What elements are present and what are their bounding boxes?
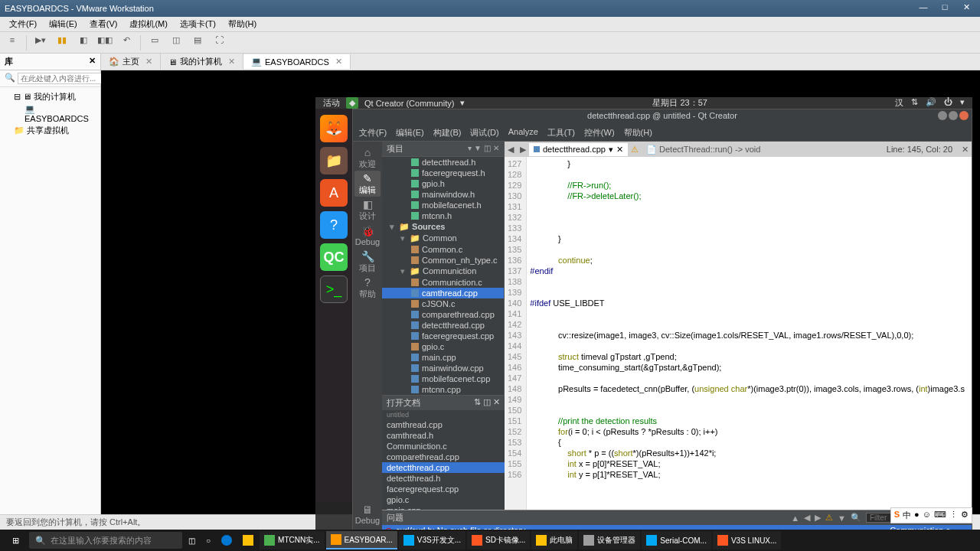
edge-button[interactable]: [217, 531, 237, 549]
close-icon[interactable]: ✕: [493, 397, 500, 406]
line-col-indicator[interactable]: Line: 145, Col: 20: [880, 145, 959, 154]
tree-file[interactable]: faceregrequest.h: [382, 168, 504, 178]
open-file-item[interactable]: comparethread.cpp: [382, 452, 505, 462]
snapshot-button[interactable]: ◧: [76, 35, 91, 51]
taskbar-task[interactable]: V3S LINUX...: [713, 531, 781, 549]
warning-filter-icon[interactable]: ⚠: [825, 513, 833, 523]
qt-menu-debug[interactable]: 调试(D): [470, 127, 498, 139]
qt-menu-build[interactable]: 构建(B): [433, 127, 462, 139]
dock-files[interactable]: 📁: [320, 147, 348, 174]
tree-file[interactable]: camthread.cpp: [382, 288, 504, 298]
pin-icon[interactable]: ⇅: [474, 397, 481, 406]
tree-file[interactable]: mobilefacenet.cpp: [382, 373, 504, 384]
split-icon[interactable]: ◫: [484, 144, 491, 152]
tree-mycomputer[interactable]: ⊟ 🖥 我的计算机: [0, 90, 100, 103]
qt-menu-tools[interactable]: 工具(T): [547, 127, 575, 139]
tree-folder-communiction[interactable]: ▾📁 Communiction: [382, 266, 504, 277]
mode-设计[interactable]: ◧设计: [354, 197, 381, 223]
activities-button[interactable]: 活动: [323, 97, 340, 109]
tree-file[interactable]: gpio.h: [382, 178, 504, 189]
ime-lang[interactable]: 中: [903, 510, 911, 521]
minimize-icon[interactable]: [938, 111, 947, 120]
split-icon[interactable]: ✕: [959, 145, 972, 155]
warning-icon[interactable]: ⚠: [628, 145, 642, 155]
tree-file[interactable]: detectthread.cpp: [382, 320, 504, 331]
close-icon[interactable]: ✕: [616, 145, 623, 155]
mode-Debug[interactable]: 🐞Debug: [354, 223, 381, 249]
open-file-item[interactable]: faceregrequest.cpp: [382, 484, 505, 494]
maximize-button[interactable]: □: [936, 2, 954, 15]
dock-firefox[interactable]: 🦊: [320, 115, 348, 142]
tree-file[interactable]: gpio.c: [382, 341, 504, 352]
tree-file[interactable]: mtcnn.h: [382, 210, 504, 221]
open-file-item[interactable]: detectthread.cpp: [382, 462, 505, 473]
clock[interactable]: 星期日 23：57: [465, 97, 895, 109]
open-file-item[interactable]: camthread.cpp: [382, 419, 505, 430]
power-button[interactable]: ▶▾: [33, 35, 48, 51]
code-area[interactable]: } //FR->run(); //FR->deleteLater(); } co…: [527, 157, 972, 510]
tree-file[interactable]: mainwindow.h: [382, 189, 504, 200]
view-button[interactable]: ▤: [190, 35, 205, 51]
tree-file[interactable]: main.cpp: [382, 352, 504, 363]
open-file-item[interactable]: gpio.c: [382, 494, 505, 505]
mode-欢迎[interactable]: ⌂欢迎: [354, 145, 381, 171]
tab-easyboardcs[interactable]: 💻 EASYBOARDCS✕: [243, 54, 351, 69]
ime-punct[interactable]: ●: [914, 510, 920, 521]
network-icon[interactable]: ⇅: [911, 97, 918, 109]
tree-file[interactable]: mtcnn.cpp: [382, 384, 504, 395]
tree-folder-sources[interactable]: ▾📁 Sources: [382, 221, 504, 233]
fullscreen-button[interactable]: ▭: [147, 35, 162, 51]
unity-button[interactable]: ◫: [168, 35, 184, 51]
suspend-button[interactable]: ▮▮: [54, 35, 70, 51]
snapshot-mgr-button[interactable]: ◧◧: [97, 35, 113, 51]
nav-back-icon[interactable]: ◀: [505, 145, 517, 155]
ime-logo[interactable]: S: [894, 510, 900, 521]
ime-keyboard[interactable]: ⌨: [934, 510, 946, 521]
dock-help[interactable]: ?: [320, 211, 348, 239]
close-icon[interactable]: ✕: [335, 57, 342, 67]
prev-icon[interactable]: ◀: [804, 513, 810, 523]
menu-tabs[interactable]: 选项卡(T): [174, 18, 222, 30]
symbol-crumb[interactable]: 📄 DetectThread::run() -> void: [642, 145, 765, 155]
open-file-item[interactable]: Communiction.c: [382, 441, 505, 452]
start-button[interactable]: ⊞: [3, 531, 28, 549]
maximize-icon[interactable]: [949, 111, 958, 120]
tree-file[interactable]: Communiction.c: [382, 277, 504, 288]
menu-edit[interactable]: 编辑(E): [43, 18, 83, 30]
tree-file[interactable]: comparethread.cpp: [382, 309, 504, 320]
split-icon[interactable]: ◫: [483, 397, 491, 406]
cortana-button[interactable]: ○: [201, 531, 215, 549]
close-icon[interactable]: ✕: [228, 57, 235, 67]
tree-folder-common[interactable]: ▾📁 Common: [382, 233, 504, 244]
expand-icon[interactable]: ▲: [791, 514, 799, 523]
qt-titlebar[interactable]: detectthread.cpp @ untitled - Qt Creator: [353, 109, 972, 125]
nav-fwd-icon[interactable]: ▶: [517, 145, 529, 155]
qt-menu-window[interactable]: 控件(W): [584, 127, 615, 139]
ime-settings[interactable]: ⚙: [961, 510, 969, 521]
dropdown-icon[interactable]: ▾: [609, 145, 613, 155]
mode-帮助[interactable]: ?帮助: [354, 275, 381, 301]
guest-screen[interactable]: 活动 ◆ Qt Creator (Community) ▾ 星期日 23：57 …: [101, 70, 980, 514]
taskbar-task[interactable]: V3S开发文...: [399, 531, 466, 549]
menu-vm[interactable]: 虚拟机(M): [123, 18, 174, 30]
open-file-item[interactable]: detectthread.h: [382, 473, 505, 484]
lang-indicator[interactable]: 汉: [895, 97, 903, 109]
sound-icon[interactable]: 🔊: [926, 97, 936, 109]
close-icon[interactable]: ✕: [493, 144, 499, 152]
ime-emoji[interactable]: ☺: [923, 510, 931, 521]
taskbar-task[interactable]: SD卡镜像...: [467, 531, 530, 549]
taskbar-task[interactable]: Serial-COM...: [642, 531, 711, 549]
chevron-down-icon[interactable]: ▾: [960, 97, 965, 109]
qt-menu-help[interactable]: 帮助(H): [624, 127, 652, 139]
editor-file-tab[interactable]: detectthread.cpp ▾ ✕: [529, 143, 628, 156]
tree-vm-easyboardcs[interactable]: 💻 EASYBOARDCS: [0, 103, 100, 124]
kit-selector[interactable]: 🖥Debug: [354, 501, 381, 527]
open-file-item[interactable]: camthread.h: [382, 430, 505, 441]
taskbar-task[interactable]: MTCNN实...: [260, 531, 324, 549]
taskbar-task[interactable]: 设备管理器: [579, 531, 640, 549]
tree-file[interactable]: Common.c: [382, 244, 504, 255]
tree-file[interactable]: mobilefacenet.h: [382, 200, 504, 210]
close-icon[interactable]: [959, 111, 969, 120]
close-icon[interactable]: ✕: [89, 56, 96, 67]
qt-menu-analyze[interactable]: Analyze: [508, 127, 538, 139]
